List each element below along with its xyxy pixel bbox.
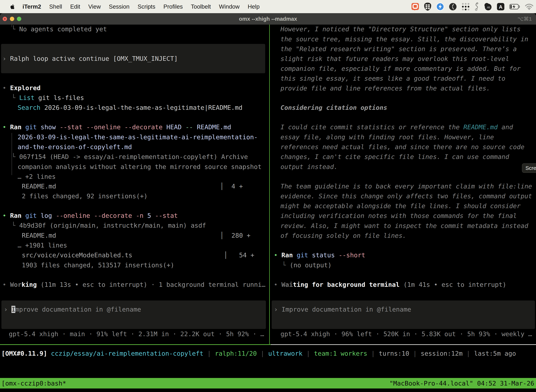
left-pane-line: and-the-erosion-of-copyleft.md <box>18 142 132 152</box>
text-segment: 2 files changed, 92 insertions(+) <box>22 191 148 201</box>
menu-item-shell[interactable]: Shell <box>49 3 62 10</box>
menu-bar: iTerm2ShellEditViewSessionScriptsProfile… <box>0 0 536 13</box>
menu-item-scripts[interactable]: Scripts <box>138 3 155 10</box>
right-pane-line: the source tree, missing the essay. Stil… <box>281 34 528 44</box>
shield-app-icon[interactable] <box>424 2 431 11</box>
text-segment: references need actual files, and since … <box>281 142 524 152</box>
left-pane-line: • Ran git show --stat --oneline --decora… <box>2 122 231 132</box>
text-segment: status <box>308 250 335 260</box>
text-segment: 2026-03-09-is-legal-the-same-as-legitima… <box>18 132 258 142</box>
right-pane-line: provide file and line references from th… <box>281 83 490 93</box>
battery-percent-icon[interactable]: ..61 <box>483 2 492 11</box>
bolt-app-icon[interactable] <box>436 3 444 11</box>
text-segment: HEAD <box>163 122 182 132</box>
omx-status-segment: ralph:11/20 <box>215 348 257 359</box>
left-input-box[interactable]: › Improve documentation in @filename <box>1 300 266 329</box>
menu-item-profiles[interactable]: Profiles <box>163 3 183 10</box>
menu-item-window[interactable]: Window <box>219 3 239 10</box>
text-segment: king <box>21 280 37 289</box>
left-pane-line: • Ran git log --oneline --decorate -n 5 … <box>2 210 178 221</box>
right-pane-line: the "Related research writing" section i… <box>281 44 517 54</box>
screen-indicator-pill[interactable]: Scre <box>522 163 536 173</box>
text-segment: List <box>19 93 34 103</box>
tmux-status-bar: [omx-cczip0:bash* "MacBook-Pro-44.local"… <box>0 378 536 388</box>
apple-logo-icon <box>9 3 15 10</box>
text-segment: Wai <box>281 280 293 289</box>
menu-item-toolbelt[interactable]: Toolbelt <box>191 3 211 10</box>
tmux-window-name[interactable]: [omx-cczip0:bash* <box>1 380 66 387</box>
keyboard-switcher-icon[interactable] <box>461 2 470 11</box>
left-input-placeholder: mprove documentation in @filename <box>15 306 141 313</box>
text-segment: The team guideline is to back every impo… <box>281 181 532 191</box>
pane-separator[interactable] <box>269 25 270 345</box>
text-segment: ting for background terminal <box>293 280 400 289</box>
text-segment: might be acceptable alongside the file l… <box>281 201 521 211</box>
text-segment: 067f154 (HEAD -> essay/ai-reimplementati… <box>19 152 248 162</box>
menu-item-view[interactable]: View <box>88 3 101 10</box>
text-segment: slight risk that future readers may over… <box>281 54 509 64</box>
omx-status-segment: turns:10 <box>379 348 409 359</box>
text-segment: essay file, along with finding root file… <box>281 132 494 142</box>
a-app-icon[interactable]: A <box>497 3 505 11</box>
inject-prompt-box[interactable]: › Ralph loop active continue [OMX_TMUX_I… <box>1 44 265 73</box>
omx-status-segment: ultrawork <box>268 348 302 359</box>
text-segment: Considering citation options <box>281 103 387 112</box>
omx-status-segment: | <box>203 348 215 359</box>
left-pane-line: └ 4b9d30f (origin/main, instructkr/main,… <box>12 220 206 230</box>
omx-status-segment: last:5m ago <box>474 348 516 359</box>
text-segment: this single essay, it seems like a good … <box>281 73 505 84</box>
text-segment: including verification notes with those … <box>281 211 517 221</box>
right-pane-line: changes, I can't cite specific file line… <box>281 152 509 162</box>
text-segment: README.md │ 4 + <box>22 181 243 191</box>
menu-item-session[interactable]: Session <box>109 3 129 10</box>
text-segment: No agents completed yet <box>19 24 107 34</box>
text-segment: • <box>2 280 10 289</box>
text-segment: • <box>274 280 281 289</box>
text-segment: --stat --oneline --decorate <box>56 122 163 132</box>
left-pane-line: └ 067f154 (HEAD -> essay/ai-reimplementa… <box>12 152 248 162</box>
omx-status-segment: session:12m <box>421 348 463 359</box>
battery-icon[interactable] <box>509 4 520 10</box>
right-pane-line: including verification notes with those … <box>281 211 517 221</box>
chat-app-icon[interactable] <box>411 2 419 11</box>
apple-menu-icon[interactable] <box>9 3 15 10</box>
text-segment: companion file, especially if more comme… <box>281 64 521 74</box>
text-segment: Explored <box>10 83 40 93</box>
left-pane-line: └ No agents completed yet <box>12 24 107 34</box>
text-segment: Ran <box>10 122 21 132</box>
left-pane-line: Search 2026-03-09-is-legal-the-same-as-l… <box>18 103 243 112</box>
right-input-box[interactable]: › Improve documentation in @filename <box>272 300 535 329</box>
omx-status-segment: cczip/essay/ai-reimplementation-copyleft <box>51 348 203 359</box>
active-pane-border <box>0 344 271 345</box>
text-segment: • <box>2 83 10 93</box>
omx-status-segment: | <box>302 348 314 359</box>
right-pane-line: • Ran git status --short <box>274 250 365 260</box>
right-pane-line: review. Also, I might want to inspect th… <box>281 221 528 231</box>
omx-status-segment: | <box>257 348 268 359</box>
left-pane-line: src/voice/voiceModeEnabled.ts │ 54 + <box>22 250 254 260</box>
text-segment: evidence. Since this change only affects… <box>281 191 532 201</box>
left-pane-line: … +1901 lines <box>18 240 67 250</box>
right-pane-line: Considering citation options <box>281 103 387 112</box>
text-segment: … +1901 lines <box>18 240 67 250</box>
omx-status-segment: team:1 workers <box>314 348 367 359</box>
inject-text: Ralph loop active continue [OMX_TMUX_INJ… <box>10 55 178 62</box>
window-title: omx --xhigh --madmax <box>0 13 536 25</box>
text-segment: -- <box>182 122 193 132</box>
omx-status-segment: [OMX#0.11.9] <box>1 348 51 359</box>
text-segment: • <box>2 210 10 221</box>
right-pane-line: companion file, especially if more comme… <box>281 64 521 74</box>
right-pane-line: might be acceptable alongside the file l… <box>281 201 521 211</box>
right-pane-line: However, I noticed the "Directory Struct… <box>281 24 521 34</box>
wifi-icon[interactable] <box>525 3 534 10</box>
text-segment: the source tree, missing the essay. Stil… <box>281 34 528 44</box>
text-segment: (11m 13s • esc to interrupt) · 1 backgro… <box>37 280 265 289</box>
inactive-pane-border <box>271 344 536 345</box>
crescent-app-icon[interactable] <box>449 3 457 11</box>
menu-item-edit[interactable]: Edit <box>70 3 80 10</box>
left-pane-line: └ List git ls-files <box>12 93 84 103</box>
menu-item-help[interactable]: Help <box>248 3 259 10</box>
right-pane-line: essay file, along with finding root file… <box>281 132 494 142</box>
menu-item-iterm2[interactable]: iTerm2 <box>23 3 41 10</box>
hook-app-icon[interactable] <box>474 2 479 11</box>
